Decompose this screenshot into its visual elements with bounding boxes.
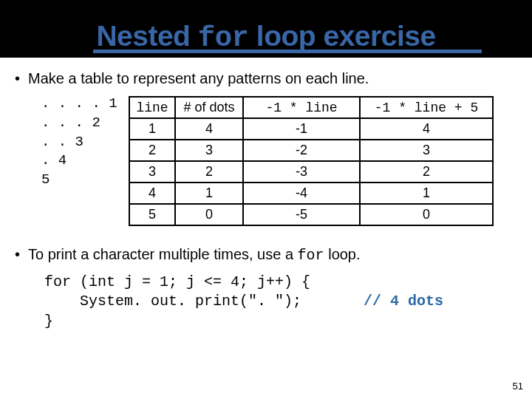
table-row: 4 1 -4 1	[129, 183, 493, 204]
code-comment: // 4 dots	[364, 293, 443, 310]
bullet2-pre: To print a character multiple times, use…	[28, 246, 298, 262]
table-row: 1 4 -1 4	[129, 118, 493, 140]
cell: -3	[243, 161, 360, 183]
table-header-row: line # of dots -1 * line -1 * line + 5	[129, 97, 493, 118]
cell: 2	[175, 161, 243, 183]
cell: 1	[175, 183, 243, 204]
bullet-make-table: Make a table to represent any patterns o…	[15, 69, 517, 87]
dot-pattern: . . . . 1 . . . 2 . . 3 . 4 5	[41, 95, 123, 189]
cell: 2	[360, 161, 493, 183]
th-neg-line-plus5: -1 * line + 5	[360, 97, 493, 118]
cell: 4	[129, 183, 175, 204]
pattern-and-table-row: . . . . 1 . . . 2 . . 3 . 4 5 line # of …	[15, 95, 517, 226]
pattern-table: line # of dots -1 * line -1 * line + 5 1…	[129, 96, 494, 226]
title-post: loop exercise	[248, 20, 435, 52]
title-bar: Nested for loop exercise	[0, 0, 532, 58]
cell: 0	[175, 204, 243, 225]
th-neg-line: -1 * line	[243, 97, 360, 118]
code-line-3: }	[44, 313, 53, 330]
title-pre: Nested	[96, 20, 197, 52]
cell: 3	[129, 161, 175, 183]
slide-body: Make a table to represent any patterns o…	[0, 58, 532, 331]
cell: 4	[360, 118, 493, 140]
cell: 2	[129, 140, 175, 161]
cell: 0	[360, 204, 493, 225]
code-block: for (int j = 1; j <= 4; j++) { System. o…	[15, 273, 517, 331]
cell: 5	[129, 204, 175, 225]
code-line-1: for (int j = 1; j <= 4; j++) {	[44, 273, 310, 290]
th-dots: # of dots	[175, 97, 243, 118]
cell: 3	[360, 140, 493, 161]
th-line: line	[129, 97, 175, 118]
cell: 4	[175, 118, 243, 140]
cell: -1	[243, 118, 360, 140]
cell: 1	[129, 118, 175, 140]
cell: 3	[175, 140, 243, 161]
slide-title: Nested for loop exercise	[96, 20, 435, 55]
cell: -2	[243, 140, 360, 161]
title-keyword: for	[198, 22, 249, 55]
table-row: 2 3 -2 3	[129, 140, 493, 161]
cell: -4	[243, 183, 360, 204]
bullet2-keyword: for	[298, 247, 324, 264]
code-line-2: System. out. print(". ");	[44, 293, 364, 310]
bullet2-post: loop.	[324, 246, 361, 262]
bullet-for-loop: To print a character multiple times, use…	[15, 245, 517, 265]
table-row: 3 2 -3 2	[129, 161, 493, 183]
table-row: 5 0 -5 0	[129, 204, 493, 225]
page-number: 51	[513, 381, 523, 392]
cell: -5	[243, 204, 360, 225]
cell: 1	[360, 183, 493, 204]
